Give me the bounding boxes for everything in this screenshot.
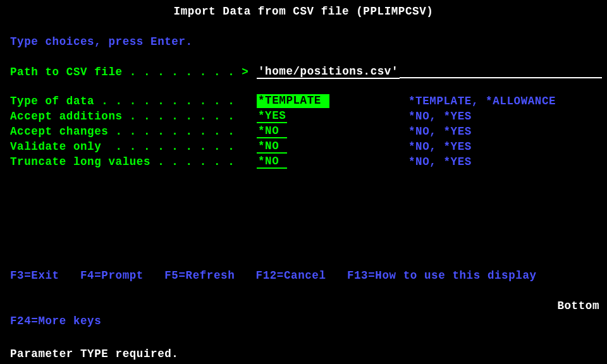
param-input[interactable]: *NO bbox=[257, 124, 287, 138]
param-row: Type of data . . . . . . . . . .*TEMPLAT… bbox=[0, 94, 607, 109]
param-help: *NO, *YES bbox=[408, 155, 472, 168]
path-input[interactable]: 'home/positions.csv' bbox=[257, 65, 400, 79]
param-help: *NO, *YES bbox=[408, 140, 472, 153]
param-label: Validate only . . . . . . . . . bbox=[10, 140, 257, 153]
param-help: *TEMPLATE, *ALLOWANCE bbox=[408, 95, 556, 107]
param-row: Accept additions . . . . . . . .*YES*NO,… bbox=[0, 109, 607, 124]
param-row: Accept changes . . . . . . . . .*NO *NO,… bbox=[0, 124, 607, 139]
param-label: Type of data . . . . . . . . . . bbox=[10, 95, 257, 107]
status-message: Parameter TYPE required. bbox=[10, 348, 178, 360]
param-help: *NO, *YES bbox=[408, 110, 472, 123]
path-input-tail[interactable] bbox=[400, 66, 602, 78]
screen-title: Import Data from CSV file (PPLIMPCSV) bbox=[0, 0, 607, 18]
fkeys-line-1[interactable]: F3=Exit F4=Prompt F5=Refresh F12=Cancel … bbox=[10, 268, 537, 283]
parameters: Path to CSV file . . . . . . . . > 'home… bbox=[0, 64, 607, 169]
instruction-text: Type choices, press Enter. bbox=[0, 35, 607, 48]
path-value-col: 'home/positions.csv' bbox=[257, 65, 602, 79]
param-label: Accept additions . . . . . . . . bbox=[10, 110, 257, 123]
param-row: Truncate long values . . . . . .*NO *NO,… bbox=[0, 154, 607, 169]
param-input[interactable]: *NO bbox=[257, 155, 287, 169]
param-value-col: *NO bbox=[257, 140, 408, 154]
param-value-col: *YES bbox=[257, 109, 408, 123]
function-keys: F3=Exit F4=Prompt F5=Refresh F12=Cancel … bbox=[10, 238, 537, 344]
param-path: Path to CSV file . . . . . . . . > 'home… bbox=[0, 64, 607, 80]
param-label: Truncate long values . . . . . . bbox=[10, 155, 257, 168]
param-input[interactable]: *TEMPLATE bbox=[257, 94, 329, 108]
param-row: Validate only . . . . . . . . .*NO *NO, … bbox=[0, 139, 607, 154]
param-input[interactable]: *YES bbox=[257, 109, 287, 123]
param-value-col: *NO bbox=[257, 155, 408, 169]
param-input[interactable]: *NO bbox=[257, 140, 287, 154]
param-value-col: *NO bbox=[257, 124, 408, 138]
path-label: Path to CSV file . . . . . . . . > bbox=[10, 66, 257, 78]
param-value-col: *TEMPLATE bbox=[257, 94, 408, 108]
bottom-marker: Bottom bbox=[557, 300, 599, 312]
fkeys-line-2[interactable]: F24=More keys bbox=[10, 313, 537, 329]
param-help: *NO, *YES bbox=[408, 125, 472, 138]
param-label: Accept changes . . . . . . . . . bbox=[10, 125, 257, 138]
